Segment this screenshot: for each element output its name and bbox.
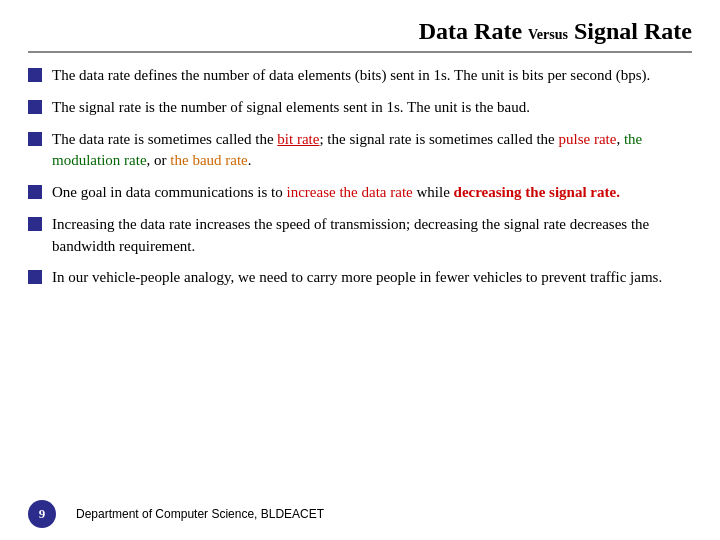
- decreasing-signal-rate-phrase: decreasing the signal rate.: [454, 184, 620, 200]
- title-versus: Versus: [528, 27, 568, 43]
- list-item: In our vehicle-people analogy, we need t…: [28, 267, 692, 289]
- bullet-text: In our vehicle-people analogy, we need t…: [52, 267, 692, 289]
- title-bar: Data Rate Versus Signal Rate: [28, 18, 692, 53]
- bullet-text: One goal in data communications is to in…: [52, 182, 692, 204]
- bullet-icon: [28, 68, 42, 82]
- increase-data-rate-phrase: increase the data rate: [287, 184, 413, 200]
- page-number: 9: [28, 500, 56, 528]
- bullet-text: The data rate is sometimes called the bi…: [52, 129, 692, 173]
- footer: 9 Department of Computer Science, BLDEAC…: [28, 500, 692, 528]
- list-item: The data rate is sometimes called the bi…: [28, 129, 692, 173]
- bullet-text: The data rate defines the number of data…: [52, 65, 692, 87]
- department-label: Department of Computer Science, BLDEACET: [76, 507, 324, 521]
- list-item: The signal rate is the number of signal …: [28, 97, 692, 119]
- bullet-list: The data rate defines the number of data…: [28, 65, 692, 289]
- list-item: One goal in data communications is to in…: [28, 182, 692, 204]
- bullet-icon: [28, 185, 42, 199]
- bullet-icon: [28, 217, 42, 231]
- bit-rate-term: bit rate: [277, 131, 319, 147]
- list-item: The data rate defines the number of data…: [28, 65, 692, 87]
- bullet-icon: [28, 132, 42, 146]
- title-part1: Data Rate: [419, 18, 522, 45]
- modulation-rate-term: the modulation rate: [52, 131, 642, 169]
- title-part2: Signal Rate: [574, 18, 692, 45]
- bullet-icon: [28, 100, 42, 114]
- bullet-text: The signal rate is the number of signal …: [52, 97, 692, 119]
- bullet-text: Increasing the data rate increases the s…: [52, 214, 692, 258]
- baud-rate-term: the baud rate: [170, 152, 247, 168]
- bullet-icon: [28, 270, 42, 284]
- page-container: Data Rate Versus Signal Rate The data ra…: [0, 0, 720, 540]
- pulse-rate-term: pulse rate: [559, 131, 617, 147]
- list-item: Increasing the data rate increases the s…: [28, 214, 692, 258]
